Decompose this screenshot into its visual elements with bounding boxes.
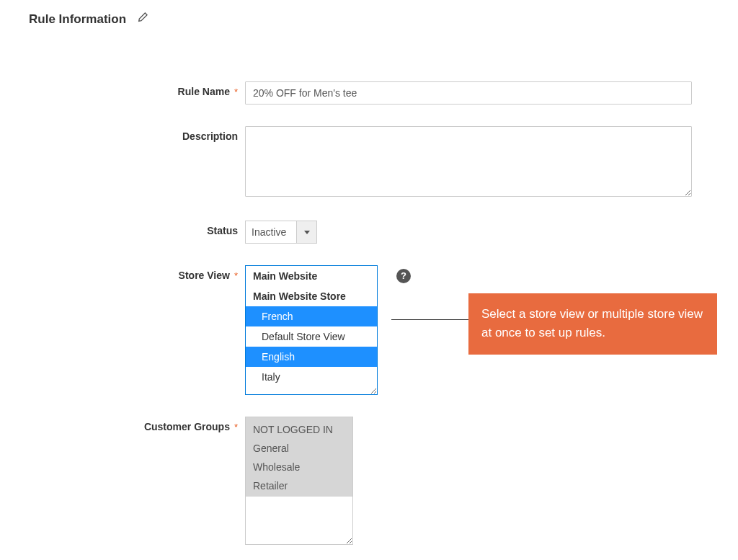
row-status: Status Inactive (0, 221, 738, 244)
required-mark: * (234, 86, 238, 97)
required-mark: * (234, 422, 238, 432)
status-select[interactable]: Inactive (245, 221, 317, 244)
status-value: Inactive (246, 221, 296, 243)
required-mark: * (234, 270, 238, 281)
customer-group-option[interactable]: Wholesale (246, 458, 352, 476)
help-icon[interactable]: ? (396, 269, 411, 283)
edit-icon[interactable] (137, 12, 148, 27)
customer-group-option[interactable]: Retailer (246, 476, 352, 495)
section-title: Rule Information (29, 12, 126, 27)
customer-group-option[interactable]: NOT LOGGED IN (246, 420, 352, 439)
label-rule-name: Rule Name* (0, 81, 245, 97)
row-customer-groups: Customer Groups* NOT LOGGED INGeneralWho… (0, 417, 738, 545)
store-view-option[interactable]: Italy (246, 367, 377, 387)
store-view-option[interactable]: English (246, 347, 377, 367)
store-view-option[interactable]: Main Website (246, 266, 377, 286)
description-textarea[interactable] (245, 126, 692, 197)
store-view-option[interactable]: French (246, 306, 377, 326)
label-customer-groups: Customer Groups* (0, 417, 245, 432)
store-view-option[interactable]: Default Store View (246, 326, 377, 347)
customer-groups-multiselect[interactable]: NOT LOGGED INGeneralWholesaleRetailer (245, 417, 353, 545)
callout-connector (391, 319, 468, 320)
customer-group-option[interactable]: General (246, 439, 352, 458)
rule-name-input[interactable] (245, 81, 692, 105)
row-rule-name: Rule Name* (0, 81, 738, 105)
label-store-view: Store View* (0, 265, 245, 281)
row-description: Description (0, 126, 738, 199)
section-header: Rule Information (0, 0, 738, 38)
label-description: Description (0, 126, 245, 142)
chevron-down-icon (296, 221, 316, 243)
store-view-multiselect[interactable]: Main WebsiteMain Website StoreFrenchDefa… (245, 265, 378, 395)
label-status: Status (0, 221, 245, 236)
store-view-option[interactable]: Main Website Store (246, 286, 377, 306)
callout-tooltip: Select a store view or multiple store vi… (468, 293, 717, 355)
